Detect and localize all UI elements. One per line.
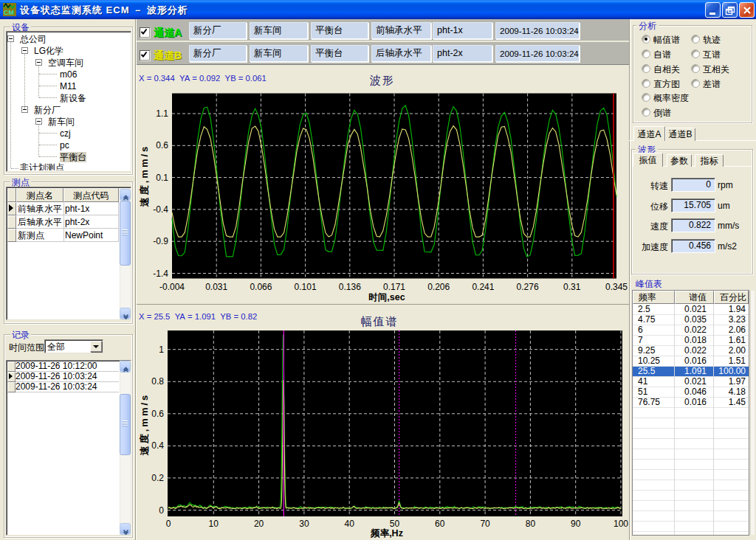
svg-text:60: 60: [435, 519, 445, 529]
svg-text:0.4: 0.4: [151, 440, 164, 451]
svg-text:-1.4: -1.4: [153, 269, 168, 279]
svg-text:0: 0: [159, 505, 164, 516]
svg-text:50: 50: [390, 519, 400, 529]
svg-text:X = 0.344 YA = 0.092 YB = 0.: X = 0.344 YA = 0.092 YB = 0.061: [139, 74, 267, 83]
svg-text:90: 90: [571, 519, 581, 529]
svg-text:0.31: 0.31: [563, 282, 581, 292]
svg-text:频率,Hz: 频率,Hz: [370, 528, 403, 539]
svg-text:时间,sec: 时间,sec: [368, 292, 405, 302]
svg-text:1: 1: [159, 345, 164, 355]
svg-text:-0.004: -0.004: [159, 282, 185, 292]
svg-text:-0.9: -0.9: [153, 236, 168, 246]
svg-text:0.1: 0.1: [156, 173, 168, 183]
svg-text:20: 20: [254, 519, 264, 529]
svg-text:-0.4: -0.4: [153, 204, 168, 215]
svg-text:0.2: 0.2: [151, 473, 164, 483]
svg-text:40: 40: [345, 519, 355, 529]
svg-text:70: 70: [480, 519, 490, 529]
svg-text:0.136: 0.136: [339, 282, 361, 292]
svg-text:0: 0: [166, 519, 171, 529]
svg-text:10: 10: [209, 519, 219, 529]
svg-text:幅值谱: 幅值谱: [361, 315, 399, 328]
svg-text:0.241: 0.241: [472, 282, 494, 292]
svg-text:0.8: 0.8: [151, 376, 164, 387]
svg-text:80: 80: [526, 519, 536, 529]
svg-text:0.206: 0.206: [427, 282, 450, 292]
svg-text:速度,mm/s: 速度,mm/s: [139, 145, 150, 208]
svg-text:100: 100: [614, 519, 628, 529]
svg-text:0.345: 0.345: [605, 282, 628, 292]
svg-text:30: 30: [299, 519, 309, 529]
svg-text:速度,mm/s: 速度,mm/s: [139, 393, 150, 457]
svg-text:0.101: 0.101: [295, 282, 317, 292]
svg-text:X = 25.5 YA = 1.091 YB = 0.8: X = 25.5 YA = 1.091 YB = 0.82: [139, 312, 257, 321]
svg-text:0.6: 0.6: [151, 409, 164, 419]
svg-text:0.276: 0.276: [517, 282, 539, 292]
svg-text:波形: 波形: [370, 74, 395, 86]
svg-text:CM: CM: [4, 9, 14, 16]
svg-text:1.1: 1.1: [156, 108, 168, 119]
svg-text:0.031: 0.031: [205, 282, 227, 292]
svg-text:0.6: 0.6: [156, 140, 168, 150]
svg-text:0.171: 0.171: [383, 282, 405, 292]
svg-text:0.066: 0.066: [250, 282, 272, 292]
